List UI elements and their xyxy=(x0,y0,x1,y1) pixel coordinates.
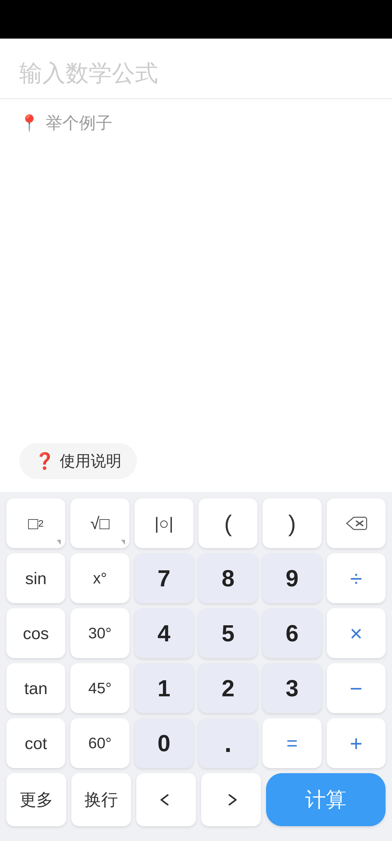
key-0[interactable]: 0 xyxy=(135,718,193,768)
key-5[interactable]: 5 xyxy=(199,608,257,658)
keyboard: □2 √□ |○| ( ) sin x° 7 8 9 ÷ cos 30° 4 5 xyxy=(0,492,392,841)
key-3[interactable]: 3 xyxy=(262,663,321,713)
key-sqrt[interactable]: √□ xyxy=(70,498,129,548)
key-calculate[interactable]: 计算 xyxy=(266,773,386,826)
key-newline[interactable]: 换行 xyxy=(71,773,131,826)
key-8[interactable]: 8 xyxy=(199,553,257,603)
help-button[interactable]: ❓ 使用说明 xyxy=(19,443,137,479)
key-equals[interactable]: = xyxy=(262,718,321,768)
formula-input-placeholder: 输入数学公式 xyxy=(19,58,373,89)
key-power[interactable]: □2 xyxy=(6,498,65,548)
key-sin[interactable]: sin xyxy=(6,553,65,603)
status-bar xyxy=(0,0,392,38)
keyboard-row-1: □2 √□ |○| ( ) xyxy=(6,498,386,548)
keyboard-row-2: sin x° 7 8 9 ÷ xyxy=(6,553,386,603)
key-backspace[interactable] xyxy=(327,498,386,548)
help-button-area: ❓ 使用说明 xyxy=(0,430,392,492)
key-rparen[interactable]: ) xyxy=(262,498,321,548)
key-abs[interactable]: |○| xyxy=(135,498,193,548)
key-minus[interactable]: − xyxy=(327,663,386,713)
key-more[interactable]: 更多 xyxy=(6,773,66,826)
key-x-deg[interactable]: x° xyxy=(70,553,129,603)
help-button-label: 使用说明 xyxy=(60,451,122,471)
key-4[interactable]: 4 xyxy=(135,608,193,658)
example-icon: 📍 xyxy=(19,114,39,132)
keyboard-row-6: 更多 换行 计算 xyxy=(6,773,386,826)
key-7[interactable]: 7 xyxy=(135,553,193,603)
key-cos[interactable]: cos xyxy=(6,608,65,658)
content-area xyxy=(0,141,392,430)
key-9[interactable]: 9 xyxy=(262,553,321,603)
key-6[interactable]: 6 xyxy=(262,608,321,658)
help-icon: ❓ xyxy=(35,452,55,470)
key-30-deg[interactable]: 30° xyxy=(70,608,129,658)
key-dot[interactable]: . xyxy=(199,718,257,768)
keyboard-row-5: cot 60° 0 . = + xyxy=(6,718,386,768)
key-right-arrow[interactable] xyxy=(201,773,261,826)
key-lparen[interactable]: ( xyxy=(199,498,257,548)
keyboard-row-4: tan 45° 1 2 3 − xyxy=(6,663,386,713)
key-left-arrow[interactable] xyxy=(136,773,196,826)
key-60-deg[interactable]: 60° xyxy=(70,718,129,768)
example-text: 举个例子 xyxy=(45,112,112,134)
key-multiply[interactable]: × xyxy=(327,608,386,658)
example-row[interactable]: 📍 举个例子 xyxy=(0,99,392,141)
input-area[interactable]: 输入数学公式 xyxy=(0,38,392,99)
key-cot[interactable]: cot xyxy=(6,718,65,768)
key-2[interactable]: 2 xyxy=(199,663,257,713)
key-45-deg[interactable]: 45° xyxy=(70,663,129,713)
key-tan[interactable]: tan xyxy=(6,663,65,713)
key-plus[interactable]: + xyxy=(327,718,386,768)
key-divide[interactable]: ÷ xyxy=(327,553,386,603)
keyboard-row-3: cos 30° 4 5 6 × xyxy=(6,608,386,658)
key-1[interactable]: 1 xyxy=(135,663,193,713)
